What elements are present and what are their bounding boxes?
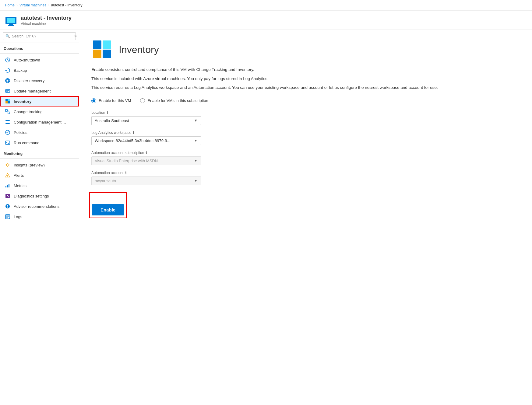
config-icon [5, 119, 11, 125]
insights-label: Insights (preview) [14, 163, 45, 167]
metrics-label: Metrics [14, 183, 26, 188]
svg-rect-23 [9, 184, 9, 187]
sidebar-item-disaster-recovery[interactable]: Disaster recovery [0, 75, 79, 86]
sidebar-search-container: 🔍 « [0, 30, 79, 43]
operations-divider [0, 53, 79, 54]
workspace-dropdown[interactable]: Workspace-82a44bd5-3a3b-4ddc-8979-9... ▼ [91, 136, 201, 145]
run-command-label: Run command [14, 141, 40, 145]
sidebar-item-inventory[interactable]: Inventory [0, 96, 79, 106]
sidebar-item-configuration-management[interactable]: Configuration management ... [0, 117, 79, 127]
policy-icon [5, 129, 11, 135]
page-header: autotest - Inventory Virtual machine [0, 11, 532, 30]
search-input[interactable] [3, 32, 76, 40]
sidebar-item-alerts[interactable]: Alerts [0, 170, 79, 180]
page-subtitle: Virtual machine [21, 22, 46, 26]
enable-options: Enable for this VM Enable for VMs in thi… [91, 98, 520, 103]
description-block: Enable consistent control and compliance… [91, 66, 520, 91]
backup-icon [5, 67, 11, 73]
sidebar-item-insights[interactable]: Insights (preview) [0, 160, 79, 170]
desc-2: This service is included with Azure virt… [91, 75, 520, 82]
sidebar-item-update-management[interactable]: Update management [0, 86, 79, 96]
page-header-titles: autotest - Inventory Virtual machine [21, 15, 72, 26]
location-value: Australia Southeast [95, 118, 129, 123]
sidebar-item-auto-shutdown[interactable]: Auto-shutdown [0, 55, 79, 65]
configuration-management-label: Configuration management ... [14, 120, 66, 124]
sidebar-item-run-command[interactable]: Run command [0, 138, 79, 148]
sidebar-item-change-tracking[interactable]: Change tracking [0, 106, 79, 117]
diagnostics-icon [5, 193, 11, 199]
run-icon [5, 140, 11, 146]
enable-vm-option[interactable]: Enable for this VM [91, 98, 131, 103]
workspace-section: Log Analytics workspace ℹ Workspace-82a4… [91, 131, 520, 145]
svg-point-26 [7, 207, 8, 208]
change-tracking-label: Change tracking [14, 110, 43, 114]
location-section: Location ℹ Australia Southeast ▼ [91, 110, 520, 125]
change-tracking-icon [5, 109, 11, 115]
enable-vm-radio[interactable] [91, 98, 96, 103]
automation-account-chevron-icon: ▼ [194, 179, 198, 183]
sidebar-item-metrics[interactable]: Metrics [0, 180, 79, 191]
advisor-label: Advisor recommendations [14, 204, 59, 209]
automation-sub-value: Visual Studio Enterprise with MSDN [95, 159, 158, 163]
enable-button-highlight: Enable [91, 194, 125, 216]
alerts-icon [5, 172, 11, 178]
desc-1: Enable consistent control and compliance… [91, 66, 520, 73]
svg-rect-15 [5, 120, 10, 121]
sidebar: 🔍 « Operations Auto-shutdown Backup Disa… [0, 30, 79, 405]
svg-rect-14 [8, 112, 10, 114]
operations-section-label: Operations [0, 43, 79, 52]
workspace-label: Log Analytics workspace ℹ [91, 131, 520, 135]
svg-rect-2 [9, 24, 13, 25]
sidebar-item-backup[interactable]: Backup [0, 65, 79, 75]
collapse-sidebar-button[interactable]: « [72, 32, 79, 39]
automation-sub-label: Automation account subscription ℹ [91, 151, 520, 155]
breadcrumb-home[interactable]: Home [5, 3, 15, 7]
workspace-chevron-icon: ▼ [194, 138, 198, 143]
location-label: Location ℹ [91, 110, 520, 115]
svg-rect-22 [7, 185, 8, 187]
automation-sub-section: Automation account subscription ℹ Visual… [91, 151, 520, 165]
workspace-value: Workspace-82a44bd5-3a3b-4ddc-8979-9... [95, 138, 170, 143]
main-content: Inventory Enable consistent control and … [79, 30, 532, 405]
svg-point-20 [6, 164, 9, 166]
svg-rect-10 [8, 101, 10, 103]
automation-account-dropdown[interactable]: mxyausauto ▼ [91, 176, 201, 185]
svg-rect-13 [5, 110, 7, 111]
automation-account-section: Automation account ℹ mxyausauto ▼ [91, 171, 520, 185]
svg-rect-19 [5, 141, 10, 145]
enable-subscription-label: Enable for VMs in this subscription [147, 98, 208, 103]
svg-point-6 [7, 79, 9, 83]
svg-rect-31 [103, 40, 111, 49]
automation-sub-info-icon[interactable]: ℹ [146, 151, 147, 155]
svg-rect-9 [5, 101, 8, 103]
enable-subscription-option[interactable]: Enable for VMs in this subscription [140, 98, 208, 103]
metrics-icon [5, 183, 11, 189]
search-icon: 🔍 [5, 34, 10, 38]
sidebar-item-policies[interactable]: Policies [0, 127, 79, 138]
enable-button[interactable]: Enable [92, 204, 124, 215]
breadcrumb-virtual-machines[interactable]: Virtual machines [19, 3, 47, 7]
automation-sub-dropdown[interactable]: Visual Studio Enterprise with MSDN ▼ [91, 156, 201, 165]
inventory-label: Inventory [14, 99, 32, 104]
location-dropdown[interactable]: Australia Southeast ▼ [91, 116, 201, 125]
sidebar-item-logs[interactable]: Logs [0, 211, 79, 222]
svg-rect-28 [93, 50, 101, 58]
sidebar-item-diagnostics[interactable]: Diagnostics settings [0, 191, 79, 201]
enable-button-wrapper: Enable [91, 194, 520, 216]
enable-vm-label: Enable for this VM [99, 98, 131, 103]
automation-account-info-icon[interactable]: ℹ [125, 171, 127, 175]
auto-shutdown-label: Auto-shutdown [14, 58, 40, 62]
alerts-label: Alerts [14, 173, 24, 178]
enable-subscription-radio[interactable] [140, 98, 145, 103]
location-info-icon[interactable]: ℹ [107, 110, 108, 115]
advisor-icon [5, 203, 11, 209]
logs-icon [5, 214, 11, 220]
sidebar-item-advisor[interactable]: Advisor recommendations [0, 201, 79, 211]
inventory-icon [5, 98, 11, 104]
vm-icon [5, 14, 17, 26]
clock-icon [5, 57, 11, 63]
workspace-info-icon[interactable]: ℹ [133, 131, 134, 135]
page-title: autotest - Inventory [21, 15, 72, 21]
diagnostics-label: Diagnostics settings [14, 194, 49, 198]
svg-rect-30 [93, 40, 101, 49]
